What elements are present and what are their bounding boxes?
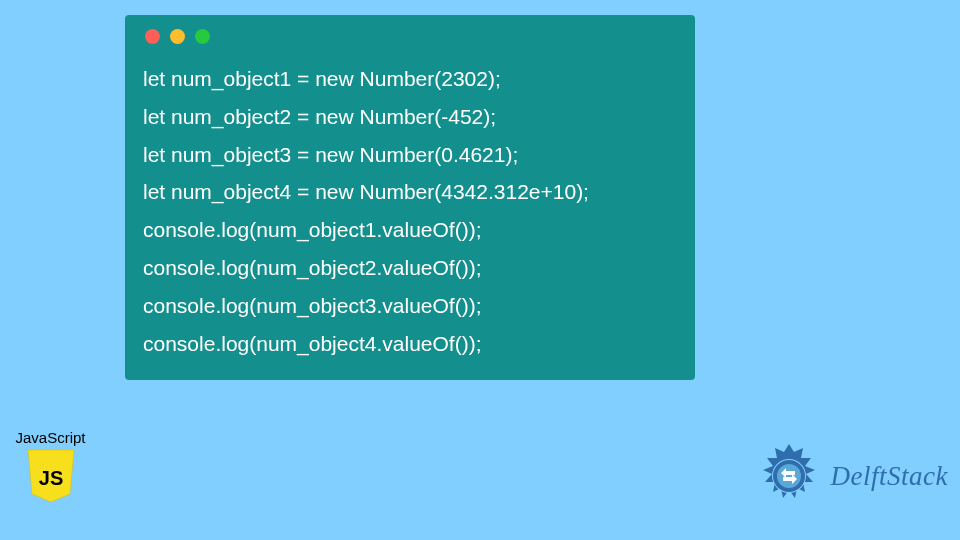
delftstack-logo-icon: [753, 440, 825, 512]
code-block: let num_object1 = new Number(2302); let …: [143, 60, 677, 362]
maximize-icon: [195, 29, 210, 44]
window-dots: [145, 29, 677, 44]
javascript-icon: JS: [26, 448, 76, 504]
minimize-icon: [170, 29, 185, 44]
javascript-badge: JavaScript JS: [8, 429, 93, 504]
close-icon: [145, 29, 160, 44]
svg-point-2: [777, 464, 801, 488]
javascript-label: JavaScript: [8, 429, 93, 446]
delftstack-name: DelftStack: [831, 461, 948, 492]
code-window: let num_object1 = new Number(2302); let …: [125, 15, 695, 380]
delftstack-brand: DelftStack: [753, 440, 948, 512]
js-icon-text: JS: [38, 467, 62, 489]
